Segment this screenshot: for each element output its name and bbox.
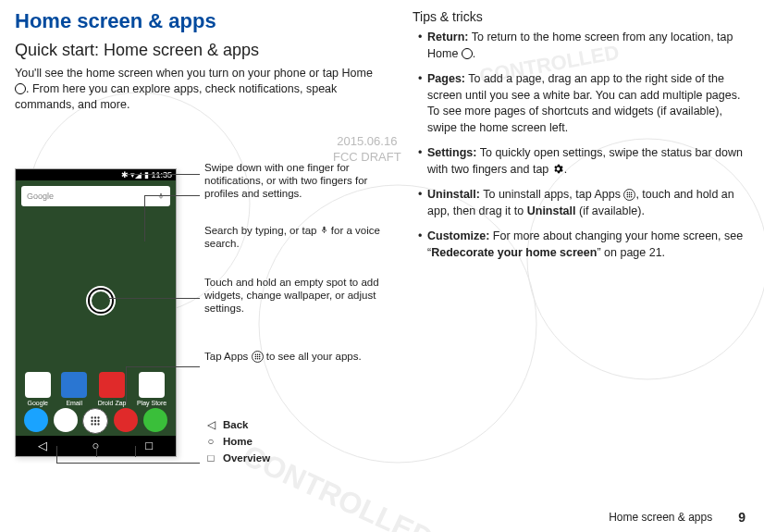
page-footer: Home screen & apps 9 bbox=[609, 510, 746, 525]
tip-label: Return: bbox=[427, 31, 468, 43]
tip-text: To add a page, drag an app to the right … bbox=[427, 72, 740, 134]
tips-title: Tips & tricks bbox=[413, 9, 749, 24]
intro-part1: You'll see the home screen when you turn… bbox=[15, 67, 373, 80]
footer-page-number: 9 bbox=[738, 510, 746, 525]
tip-customize: Customize: For more about changing your … bbox=[418, 229, 749, 261]
callout-empty-spot: Touch and hold an empty spot to add widg… bbox=[204, 276, 389, 315]
svg-point-10 bbox=[94, 419, 96, 421]
intro-part2: . From here you can explore apps, check … bbox=[15, 82, 337, 111]
google-label: Google bbox=[27, 192, 54, 201]
svg-point-6 bbox=[92, 416, 93, 418]
app-email[interactable]: Email bbox=[61, 372, 87, 406]
svg-point-22 bbox=[254, 358, 256, 360]
callout-search: Search by typing, or tap for a voice sea… bbox=[204, 224, 389, 251]
draft-stamp: 2015.06.16 FCC DRAFT bbox=[333, 134, 401, 166]
svg-point-11 bbox=[98, 419, 100, 421]
tip-settings: Settings: To quickly open settings, swip… bbox=[418, 145, 749, 178]
mic-icon bbox=[157, 191, 165, 202]
status-bar: ✱ ▾◢ ▮ 11:35 bbox=[16, 169, 176, 180]
draft-date: 2015.06.16 bbox=[333, 134, 401, 150]
phone-diagram: ✱ ▾◢ ▮ 11:35 Google Google Email Droid Z… bbox=[15, 168, 385, 474]
back-glyph-icon: ◁ bbox=[204, 416, 217, 433]
gear-icon bbox=[552, 163, 564, 175]
app-label: Play Store bbox=[137, 400, 166, 406]
tip-bold: Uninstall bbox=[527, 204, 576, 217]
overview-label: Overview bbox=[223, 450, 270, 466]
callout-apps: Tap Apps to see all your apps. bbox=[204, 350, 362, 363]
svg-point-8 bbox=[98, 416, 100, 418]
svg-point-13 bbox=[94, 423, 96, 425]
footer-section: Home screen & apps bbox=[609, 511, 712, 524]
callout-text: to see all your apps. bbox=[264, 351, 362, 362]
svg-point-27 bbox=[629, 192, 631, 194]
home-icon bbox=[462, 48, 473, 59]
phone-icon[interactable] bbox=[24, 408, 48, 432]
svg-point-34 bbox=[631, 196, 633, 198]
intro-text: You'll see the home screen when you turn… bbox=[15, 66, 385, 113]
apps-icon[interactable] bbox=[82, 408, 108, 434]
apps-icon bbox=[252, 351, 264, 363]
apps-icon bbox=[623, 189, 635, 201]
tips-list: Return: To return to the home screen fro… bbox=[413, 30, 749, 261]
app-google[interactable]: Google bbox=[25, 372, 51, 406]
tip-text: (if available). bbox=[576, 204, 645, 217]
svg-point-14 bbox=[98, 423, 100, 425]
back-label: Back bbox=[223, 416, 249, 433]
svg-point-9 bbox=[92, 419, 93, 421]
tip-pages: Pages: To add a page, drag an app to the… bbox=[418, 71, 749, 136]
google-search-box[interactable]: Google bbox=[21, 186, 170, 206]
phone-mock: ✱ ▾◢ ▮ 11:35 Google Google Email Droid Z… bbox=[15, 168, 177, 457]
app-label: Droid Zap bbox=[98, 400, 127, 406]
svg-point-33 bbox=[629, 196, 631, 198]
svg-point-17 bbox=[256, 353, 258, 355]
app-row: Google Email Droid Zap Play Store bbox=[16, 372, 176, 406]
svg-point-26 bbox=[627, 192, 629, 194]
chrome-icon[interactable] bbox=[54, 408, 78, 432]
svg-point-16 bbox=[254, 353, 256, 355]
tip-text: To uninstall apps, tap Apps bbox=[480, 188, 623, 201]
svg-point-21 bbox=[258, 355, 260, 357]
svg-point-12 bbox=[92, 423, 93, 425]
callout-text: Search by typing, or tap bbox=[204, 225, 320, 236]
tip-return: Return: To return to the home screen fro… bbox=[418, 30, 749, 62]
page-title: Home screen & apps bbox=[15, 9, 385, 33]
page-subtitle: Quick start: Home screen & apps bbox=[15, 41, 385, 60]
app-play-store[interactable]: Play Store bbox=[137, 372, 166, 406]
tip-label: Pages: bbox=[427, 72, 465, 85]
svg-point-28 bbox=[631, 192, 633, 194]
tip-label: Customize: bbox=[427, 229, 489, 242]
camera-icon[interactable] bbox=[143, 408, 167, 432]
svg-point-18 bbox=[258, 353, 260, 355]
empty-spot-indicator bbox=[90, 290, 112, 312]
app-label: Google bbox=[27, 400, 48, 406]
svg-point-32 bbox=[627, 196, 629, 198]
callout-text: Tap Apps bbox=[204, 351, 252, 362]
svg-point-31 bbox=[631, 194, 633, 196]
overview-glyph-icon: □ bbox=[204, 450, 217, 466]
back-button[interactable]: ◁ bbox=[36, 439, 49, 452]
tip-text: . bbox=[564, 163, 567, 176]
svg-point-20 bbox=[256, 355, 258, 357]
home-label: Home bbox=[223, 433, 253, 450]
svg-point-29 bbox=[627, 194, 629, 196]
svg-point-23 bbox=[256, 358, 258, 360]
app-droid-zap[interactable]: Droid Zap bbox=[98, 372, 127, 406]
tip-uninstall: Uninstall: To uninstall apps, tap Apps ,… bbox=[418, 187, 749, 219]
svg-point-19 bbox=[254, 355, 256, 357]
messaging-icon[interactable] bbox=[114, 408, 138, 432]
svg-point-24 bbox=[258, 358, 260, 360]
overview-button[interactable]: □ bbox=[142, 439, 155, 452]
status-time: 11:35 bbox=[151, 170, 172, 179]
home-glyph-icon: ○ bbox=[204, 433, 217, 450]
home-icon bbox=[15, 83, 26, 94]
svg-point-7 bbox=[94, 416, 96, 418]
tip-label: Settings: bbox=[427, 146, 476, 159]
tip-text: . bbox=[473, 47, 475, 60]
nav-labels: ◁Back ○Home □Overview bbox=[204, 416, 270, 467]
tip-text: ” on page 21. bbox=[597, 246, 665, 259]
mic-icon bbox=[320, 224, 328, 236]
tip-link[interactable]: Redecorate your home screen bbox=[431, 246, 597, 259]
svg-point-30 bbox=[629, 194, 631, 196]
app-label: Email bbox=[66, 400, 82, 406]
dock bbox=[16, 408, 176, 434]
